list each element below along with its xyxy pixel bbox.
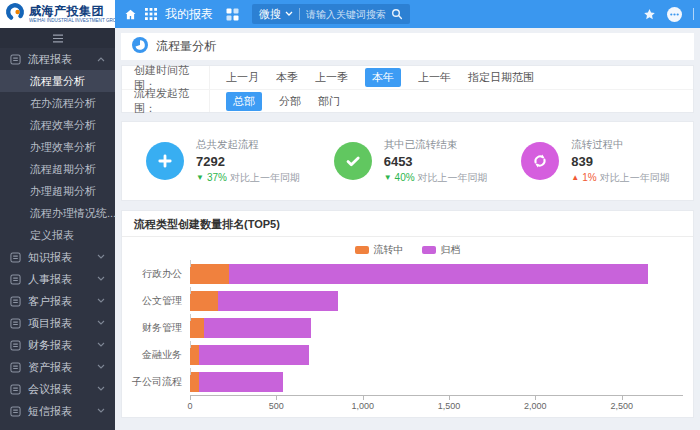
sidebar-item[interactable]: 办理超期分析 <box>0 180 115 202</box>
sidebar-item[interactable]: 定义报表 <box>0 224 115 246</box>
bar-segment-archived <box>199 345 309 365</box>
stat-label: 总共发起流程 <box>196 138 300 152</box>
axis-tick-label: 2,500 <box>610 401 633 411</box>
bar-segment-archived <box>218 291 338 311</box>
sidebar-group-3[interactable]: 人事报表 <box>0 268 115 290</box>
chart-legend: 流转中归档 <box>132 237 683 260</box>
chart-category-label: 子公司流程 <box>132 375 190 389</box>
top-header: 威海产投集团 WEIHAI INDUSTRIAL INVESTMENT GROU… <box>0 0 700 28</box>
chart-row: 子公司流程 <box>132 368 683 395</box>
trend-note: 对比上一年同期 <box>230 171 300 185</box>
bar-track <box>190 291 683 311</box>
stat-card: 其中已流转结束6453▼40%对比上一年同期 <box>314 138 502 185</box>
sidebar-group-label: 人事报表 <box>28 272 72 287</box>
sidebar-group-label: 短信报表 <box>28 404 72 419</box>
app-root: 威海产投集团 WEIHAI INDUSTRIAL INVESTMENT GROU… <box>0 0 700 430</box>
trend-percent: 1% <box>582 172 596 183</box>
chart-row: 金融业务 <box>132 341 683 368</box>
sidebar-item[interactable]: 流程超期分析 <box>0 158 115 180</box>
sidebar-group-6[interactable]: 财务报表 <box>0 334 115 356</box>
bar-segment-archived <box>204 318 311 338</box>
sidebar-menu: 流程报表流程量分析在办流程分析流程效率分析办理效率分析流程超期分析办理超期分析流… <box>0 48 115 422</box>
brand-logo-mark-icon <box>5 2 25 26</box>
sidebar-group-2[interactable]: 知识报表 <box>0 246 115 268</box>
bar-segment-in-progress <box>190 291 218 311</box>
search-input[interactable] <box>306 9 391 20</box>
axis-tick <box>449 396 450 400</box>
stat-trend: ▼40%对比上一年同期 <box>384 171 488 185</box>
filter-option[interactable]: 上一年 <box>418 70 451 85</box>
brand-logo[interactable]: 威海产投集团 WEIHAI INDUSTRIAL INVESTMENT GROU… <box>0 0 115 28</box>
sidebar-item[interactable]: 流程办理情况统... <box>0 202 115 224</box>
filter-panel: 创建时间范围：上一月本季上一季本年上一年指定日期范围流程发起范围：总部分部部门 <box>121 65 694 113</box>
chevron-down-icon <box>97 276 105 282</box>
stat-body: 总共发起流程7292▼37%对比上一年同期 <box>196 138 300 185</box>
stat-trend: ▼37%对比上一年同期 <box>196 171 300 185</box>
search-icon[interactable] <box>391 8 403 20</box>
trend-note: 对比上一年同期 <box>600 171 670 185</box>
stat-label: 流转过程中 <box>571 138 669 152</box>
home-icon[interactable] <box>124 8 137 21</box>
sidebar-group-9[interactable]: 短信报表 <box>0 400 115 422</box>
stat-value: 6453 <box>384 154 488 169</box>
sidebar-collapse-button[interactable] <box>0 28 115 48</box>
trend-down-icon: ▼ <box>384 173 392 182</box>
hamburger-icon <box>52 29 64 47</box>
header-actions <box>643 7 700 22</box>
sidebar-group-8[interactable]: 会议报表 <box>0 378 115 400</box>
stat-trend: ▲1%对比上一年同期 <box>571 171 669 185</box>
stat-label: 其中已流转结束 <box>384 138 488 152</box>
trend-up-icon: ▲ <box>571 173 579 182</box>
sidebar-item[interactable]: 办理效率分析 <box>0 136 115 158</box>
sidebar-group-7[interactable]: 资产报表 <box>0 356 115 378</box>
sidebar-item[interactable]: 在办流程分析 <box>0 92 115 114</box>
axis-tick <box>190 396 191 400</box>
kpi-panel: 总共发起流程7292▼37%对比上一年同期其中已流转结束6453▼40%对比上一… <box>121 121 694 201</box>
sidebar-item-label: 办理超期分析 <box>30 184 96 199</box>
axis-tick <box>535 396 536 400</box>
sidebar-item-label: 流程效率分析 <box>30 118 96 133</box>
chevron-down-icon <box>97 342 105 348</box>
filter-option[interactable]: 总部 <box>226 92 262 111</box>
apps-grid-icon[interactable] <box>145 8 157 20</box>
filter-option[interactable]: 上一月 <box>226 70 259 85</box>
filter-option[interactable]: 上一季 <box>315 70 348 85</box>
sidebar-group-5[interactable]: 项目报表 <box>0 312 115 334</box>
legend-item-in-progress[interactable]: 流转中 <box>355 243 404 257</box>
filter-option[interactable]: 本年 <box>365 68 401 87</box>
report-folder-icon <box>10 384 21 395</box>
chart-panel: 流程类型创建数量排名(TOP5) 流转中归档 行政办公公文管理财务管理金融业务子… <box>121 210 694 418</box>
user-avatar[interactable] <box>667 7 682 22</box>
sidebar-group-4[interactable]: 客户报表 <box>0 290 115 312</box>
chevron-down-icon <box>97 320 105 326</box>
stat-body: 其中已流转结束6453▼40%对比上一年同期 <box>384 138 488 185</box>
stat-value: 839 <box>571 154 669 169</box>
trend-down-icon: ▼ <box>196 173 204 182</box>
filter-options: 上一月本季上一季本年上一年指定日期范围 <box>210 68 534 87</box>
chevron-down-icon <box>97 254 105 260</box>
sidebar-group-1[interactable]: 流程报表 <box>0 48 115 70</box>
dashboard-icon[interactable] <box>226 8 239 21</box>
sidebar-item[interactable]: 流程效率分析 <box>0 114 115 136</box>
filter-option[interactable]: 本季 <box>276 70 298 85</box>
trend-percent: 40% <box>395 172 415 183</box>
sidebar-group-label: 客户报表 <box>28 294 72 309</box>
search-scope-selector[interactable]: 微搜 <box>259 7 281 22</box>
bar-segment-in-progress <box>190 264 229 284</box>
bar-segment-in-progress <box>190 372 199 392</box>
chevron-down-icon[interactable] <box>285 11 293 17</box>
legend-swatch <box>422 246 436 254</box>
filter-option[interactable]: 分部 <box>279 94 301 109</box>
filter-option[interactable]: 指定日期范围 <box>468 70 534 85</box>
sidebar-item[interactable]: 流程量分析 <box>0 70 115 92</box>
filter-option[interactable]: 部门 <box>318 94 340 109</box>
header-nav: 我的报表 微搜 <box>115 0 700 28</box>
bar-track <box>190 318 683 338</box>
chart-row: 行政办公 <box>132 260 683 287</box>
report-folder-icon <box>10 340 21 351</box>
nav-my-reports[interactable]: 我的报表 <box>165 6 213 23</box>
sync-icon <box>521 142 559 180</box>
bar-track <box>190 345 683 365</box>
legend-item-archived[interactable]: 归档 <box>422 243 461 257</box>
favorite-star-icon[interactable] <box>643 8 656 21</box>
